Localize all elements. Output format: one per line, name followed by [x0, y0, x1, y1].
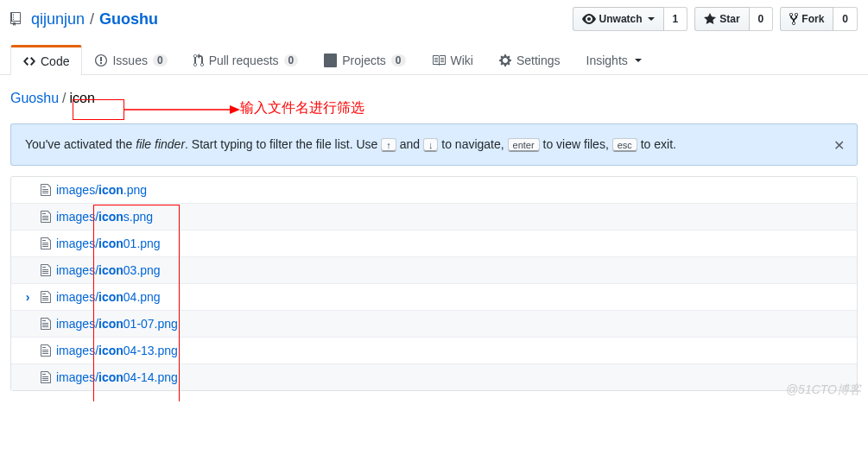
- forks-count[interactable]: 0: [833, 7, 858, 31]
- file-result-row[interactable]: ›images/icon.png: [11, 177, 857, 203]
- owner-link[interactable]: qijunjun: [31, 10, 85, 28]
- repo-tabs: Code Issues 0 Pull requests 0 Projects 0…: [0, 45, 868, 75]
- tab-insights[interactable]: Insights: [573, 46, 655, 74]
- star-button[interactable]: Star: [694, 7, 749, 31]
- issues-count: 0: [153, 54, 168, 66]
- close-icon[interactable]: ✕: [833, 136, 845, 153]
- caret-icon: [635, 59, 642, 62]
- file-results-list: ›images/icon.png›images/icons.png›images…: [10, 176, 858, 391]
- book-icon: [432, 54, 446, 67]
- file-finder-hint: You've activated the file finder. Start …: [10, 123, 858, 166]
- file-icon: [41, 263, 51, 277]
- repo-link[interactable]: Guoshu: [99, 10, 158, 28]
- file-path-link[interactable]: images/icon04.png: [56, 290, 161, 304]
- code-icon: [23, 54, 35, 68]
- caret-icon: [648, 17, 655, 21]
- tab-code[interactable]: Code: [10, 45, 82, 75]
- path-separator: /: [90, 10, 94, 28]
- file-path-link[interactable]: images/icon.png: [56, 183, 147, 197]
- key-up: ↑: [381, 138, 396, 152]
- file-path-link[interactable]: images/icon04-14.png: [56, 370, 178, 384]
- file-icon: [41, 237, 51, 250]
- breadcrumb-root[interactable]: Guoshu: [10, 91, 59, 106]
- project-icon: [324, 54, 337, 67]
- eye-icon: [582, 12, 596, 26]
- repo-actions: Unwatch 1 Star 0 Fork 0: [573, 7, 858, 31]
- watermark: @51CTO博客: [786, 382, 861, 398]
- file-path-link[interactable]: images/icon01-07.png: [56, 317, 178, 331]
- tab-projects[interactable]: Projects 0: [311, 46, 418, 74]
- file-path-link[interactable]: images/icons.png: [56, 210, 153, 224]
- file-icon: [41, 290, 51, 304]
- chevron-right-icon: ›: [20, 290, 35, 304]
- file-icon: [41, 183, 51, 197]
- key-down: ↓: [423, 138, 439, 152]
- watchers-count[interactable]: 1: [664, 7, 688, 31]
- file-result-row[interactable]: ›images/icon04.png: [11, 283, 857, 310]
- tab-pulls[interactable]: Pull requests 0: [181, 46, 312, 74]
- fork-icon: [789, 12, 798, 26]
- issue-icon: [95, 54, 107, 67]
- tab-settings[interactable]: Settings: [486, 46, 573, 74]
- projects-count: 0: [391, 54, 406, 66]
- fork-button[interactable]: Fork: [780, 7, 833, 31]
- key-enter: enter: [508, 138, 540, 152]
- file-finder-input[interactable]: [70, 91, 243, 106]
- stars-count[interactable]: 0: [750, 7, 774, 31]
- repo-title: qijunjun / Guoshu: [10, 10, 158, 28]
- file-result-row[interactable]: ›images/icons.png: [11, 203, 857, 230]
- file-icon: [41, 317, 51, 331]
- file-finder-breadcrumb: Guoshu /: [0, 75, 868, 117]
- tab-issues[interactable]: Issues 0: [82, 46, 180, 74]
- star-icon: [704, 12, 716, 26]
- file-result-row[interactable]: ›images/icon01.png: [11, 230, 857, 256]
- pulls-count: 0: [284, 54, 299, 66]
- file-result-row[interactable]: ›images/icon04-13.png: [11, 337, 857, 363]
- file-icon: [41, 344, 51, 357]
- file-result-row[interactable]: ›images/icon01-07.png: [11, 310, 857, 337]
- file-path-link[interactable]: images/icon03.png: [56, 263, 161, 277]
- unwatch-button[interactable]: Unwatch: [573, 7, 664, 31]
- key-esc: esc: [612, 138, 637, 152]
- file-result-row[interactable]: ›images/icon04-14.png: [11, 363, 857, 390]
- file-path-link[interactable]: images/icon04-13.png: [56, 344, 178, 357]
- file-icon: [41, 370, 51, 384]
- gear-icon: [499, 54, 511, 67]
- file-result-row[interactable]: ›images/icon03.png: [11, 256, 857, 283]
- file-path-link[interactable]: images/icon01.png: [56, 237, 161, 250]
- repo-icon: [10, 12, 24, 26]
- pull-request-icon: [193, 54, 204, 67]
- file-icon: [41, 210, 51, 224]
- tab-wiki[interactable]: Wiki: [419, 46, 486, 74]
